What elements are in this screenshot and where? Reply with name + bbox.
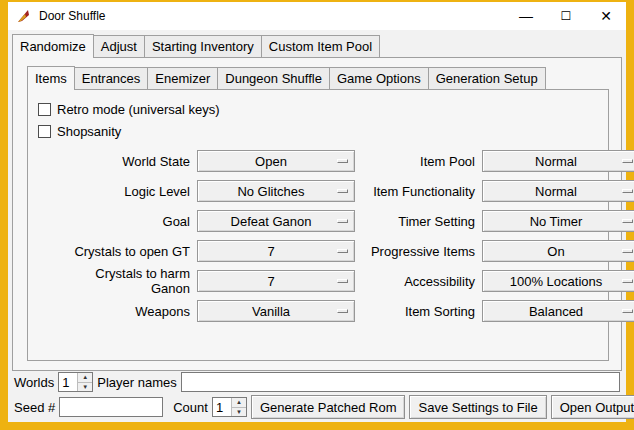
tab-items[interactable]: Items	[27, 66, 75, 90]
seed-label: Seed #	[14, 400, 55, 415]
item-sorting-value: Balanced	[483, 304, 634, 319]
tab-enemizer[interactable]: Enemizer	[147, 67, 218, 89]
weapons-value: Vanilla	[198, 304, 354, 319]
count-label: Count	[173, 400, 208, 415]
goal-row: Goal Defeat Ganon	[54, 210, 355, 232]
bottom-controls: Worlds ▲ ▼ Player names Seed # Count	[12, 372, 622, 420]
accessibility-dropdown[interactable]: 100% Locations	[482, 270, 634, 292]
dropdown-indicator-icon	[337, 159, 348, 163]
item-sorting-row: Item Sorting Balanced	[369, 300, 634, 322]
worlds-spin-arrows: ▲ ▼	[77, 373, 92, 391]
crystals-ganon-row: Crystals to harm Ganon 7	[54, 270, 355, 292]
randomize-pane: Items Entrances Enemizer Dungeon Shuffle…	[12, 57, 622, 371]
retro-mode-checkbox[interactable]	[38, 103, 51, 116]
player-names-label: Player names	[97, 375, 176, 390]
crystals-gt-dropdown[interactable]: 7	[197, 240, 355, 262]
goal-dropdown[interactable]: Defeat Ganon	[197, 210, 355, 232]
logic-level-dropdown[interactable]: No Glitches	[197, 180, 355, 202]
tab-starting-inventory[interactable]: Starting Inventory	[144, 35, 262, 57]
dropdown-indicator-icon	[622, 309, 633, 313]
tab-game-options[interactable]: Game Options	[329, 67, 429, 89]
titlebar: Door Shuffle — ☐ ✕	[8, 2, 626, 30]
accessibility-value: 100% Locations	[483, 274, 634, 289]
worlds-row: Worlds ▲ ▼ Player names	[14, 372, 620, 392]
timer-setting-row: Timer Setting No Timer	[369, 210, 634, 232]
window-title: Door Shuffle	[39, 9, 106, 23]
timer-setting-value: No Timer	[483, 214, 634, 229]
open-output-button[interactable]: Open Output Directory	[551, 395, 634, 419]
minimize-button[interactable]: —	[506, 2, 546, 30]
tab-dungeon-shuffle[interactable]: Dungeon Shuffle	[217, 67, 330, 89]
timer-setting-dropdown[interactable]: No Timer	[482, 210, 634, 232]
worlds-label: Worlds	[14, 375, 54, 390]
generate-rom-button[interactable]: Generate Patched Rom	[251, 395, 406, 419]
progressive-items-dropdown[interactable]: On	[482, 240, 634, 262]
logic-level-value: No Glitches	[198, 184, 354, 199]
progressive-items-label: Progressive Items	[369, 244, 482, 259]
close-button[interactable]: ✕	[586, 2, 626, 30]
dropdown-indicator-icon	[337, 219, 348, 223]
goal-label: Goal	[54, 214, 197, 229]
spin-down-icon[interactable]: ▼	[78, 382, 92, 392]
weapons-label: Weapons	[54, 304, 197, 319]
world-state-dropdown[interactable]: Open	[197, 150, 355, 172]
item-pool-row: Item Pool Normal	[369, 150, 634, 172]
crystals-ganon-value: 7	[198, 274, 354, 289]
count-spinbox[interactable]: ▲ ▼	[212, 397, 247, 417]
item-functionality-value: Normal	[483, 184, 634, 199]
app-icon[interactable]	[16, 8, 32, 24]
dropdown-indicator-icon	[337, 189, 348, 193]
crystals-gt-label: Crystals to open GT	[54, 244, 197, 259]
main-tabs: Randomize Adjust Starting Inventory Cust…	[12, 34, 622, 57]
item-functionality-label: Item Functionality	[369, 184, 482, 199]
weapons-dropdown[interactable]: Vanilla	[197, 300, 355, 322]
player-names-input[interactable]	[181, 372, 620, 392]
save-settings-button[interactable]: Save Settings to File	[409, 395, 546, 419]
retro-mode-label: Retro mode (universal keys)	[57, 102, 220, 117]
item-pool-label: Item Pool	[369, 154, 482, 169]
progressive-items-row: Progressive Items On	[369, 240, 634, 262]
item-pool-dropdown[interactable]: Normal	[482, 150, 634, 172]
worlds-spinbox[interactable]: ▲ ▼	[58, 372, 93, 392]
tab-entrances[interactable]: Entrances	[74, 67, 149, 89]
goal-value: Defeat Ganon	[198, 214, 354, 229]
retro-mode-row: Retro mode (universal keys)	[38, 98, 602, 120]
count-input[interactable]	[213, 398, 231, 416]
maximize-button[interactable]: ☐	[546, 2, 586, 30]
tab-adjust[interactable]: Adjust	[93, 35, 145, 57]
weapons-row: Weapons Vanilla	[54, 300, 355, 322]
spin-up-icon[interactable]: ▲	[78, 373, 92, 382]
crystals-gt-row: Crystals to open GT 7	[54, 240, 355, 262]
shopsanity-label: Shopsanity	[57, 124, 121, 139]
accessibility-row: Accessibility 100% Locations	[369, 270, 634, 292]
dropdown-indicator-icon	[337, 249, 348, 253]
seed-row: Seed # Count ▲ ▼ Generate Patched Rom Sa…	[14, 395, 620, 419]
world-state-value: Open	[198, 154, 354, 169]
dropdown-indicator-icon	[337, 279, 348, 283]
crystals-ganon-dropdown[interactable]: 7	[197, 270, 355, 292]
tab-randomize[interactable]: Randomize	[12, 34, 94, 58]
item-sorting-dropdown[interactable]: Balanced	[482, 300, 634, 322]
item-functionality-row: Item Functionality Normal	[369, 180, 634, 202]
window-controls: — ☐ ✕	[506, 2, 626, 30]
spin-up-icon[interactable]: ▲	[232, 398, 246, 407]
spin-down-icon[interactable]: ▼	[232, 407, 246, 417]
door-shuffle-window: Door Shuffle — ☐ ✕ Randomize Adjust Star…	[0, 0, 634, 430]
item-functionality-dropdown[interactable]: Normal	[482, 180, 634, 202]
tab-custom-item-pool[interactable]: Custom Item Pool	[261, 35, 380, 57]
dropdown-indicator-icon	[622, 279, 633, 283]
world-state-label: World State	[54, 154, 197, 169]
shopsanity-checkbox[interactable]	[38, 125, 51, 138]
shopsanity-row: Shopsanity	[38, 120, 602, 142]
seed-input[interactable]	[59, 397, 163, 417]
options-right-column: Item Pool Normal Item Functionality Norm…	[369, 150, 634, 322]
worlds-input[interactable]	[59, 373, 77, 391]
logic-level-row: Logic Level No Glitches	[54, 180, 355, 202]
accessibility-label: Accessibility	[369, 274, 482, 289]
world-state-row: World State Open	[54, 150, 355, 172]
dropdown-indicator-icon	[622, 189, 633, 193]
tab-generation-setup[interactable]: Generation Setup	[428, 67, 546, 89]
window-content: Randomize Adjust Starting Inventory Cust…	[8, 30, 626, 422]
dropdown-indicator-icon	[337, 309, 348, 313]
crystals-gt-value: 7	[198, 244, 354, 259]
